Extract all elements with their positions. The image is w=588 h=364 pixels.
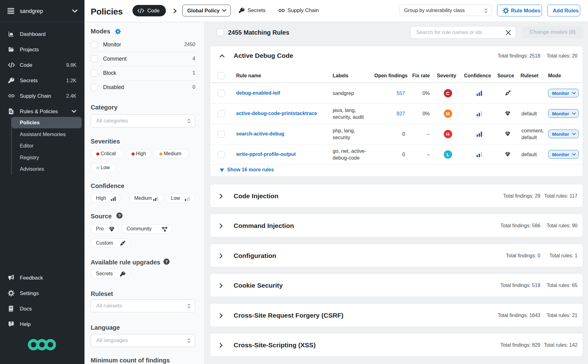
svg-text:?: ? (10, 321, 12, 326)
svg-text:?: ? (165, 259, 168, 264)
svg-text:?: ? (118, 213, 121, 218)
